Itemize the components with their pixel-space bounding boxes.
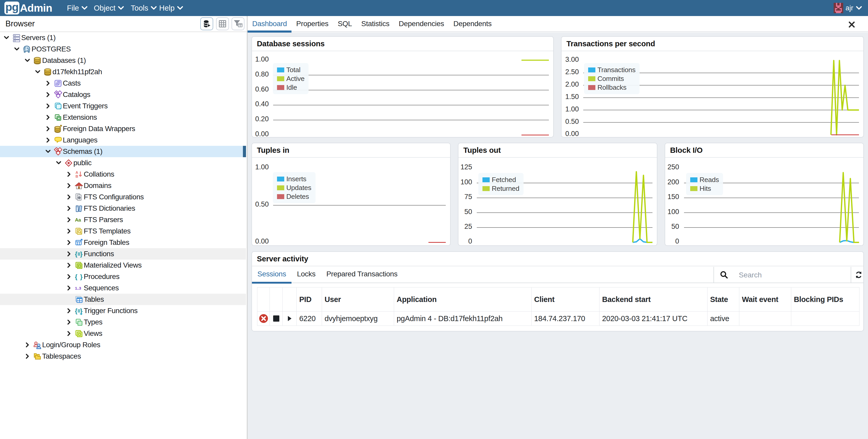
svg-text:}: } <box>80 251 83 258</box>
svg-text:Aa: Aa <box>75 217 81 223</box>
svg-text:{: { <box>75 251 77 258</box>
svg-text:{: { <box>75 273 77 280</box>
svg-text:{: { <box>75 308 77 314</box>
svg-text:1..3: 1..3 <box>75 286 81 290</box>
svg-text:}: } <box>80 273 83 280</box>
svg-text:B: B <box>75 174 78 178</box>
